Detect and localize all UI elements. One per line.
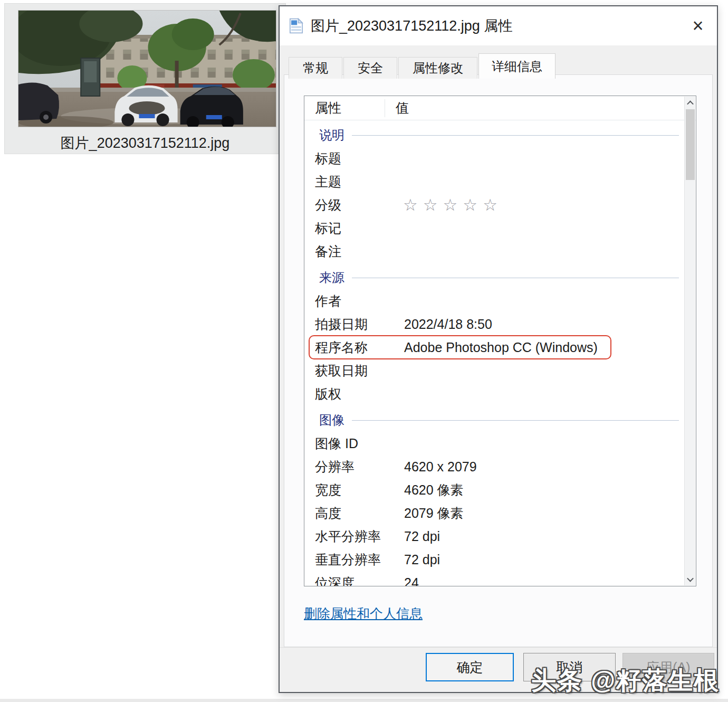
property-label: 分级 <box>304 196 394 214</box>
property-label: 获取日期 <box>304 362 394 380</box>
property-value: 2022/4/18 8:50 <box>394 317 684 332</box>
parking-lot-photo <box>18 11 276 127</box>
property-row[interactable]: 拍摄日期2022/4/18 8:50 <box>304 312 684 336</box>
property-label: 宽度 <box>304 481 394 499</box>
tab-3[interactable]: 详细信息 <box>478 53 555 79</box>
watermark: 头条 @籽落生根 <box>531 664 720 697</box>
property-label: 程序名称 <box>304 339 394 356</box>
property-row[interactable]: 分辨率4620 x 2079 <box>304 455 684 478</box>
section-header: 来源 <box>304 263 684 289</box>
property-value: 72 dpi <box>394 529 684 544</box>
ok-button[interactable]: 确定 <box>426 653 514 681</box>
listview-body: 说明标题主题分级☆☆☆☆☆标记备注来源作者拍摄日期2022/4/18 8:50程… <box>304 120 684 586</box>
property-label: 位深度 <box>304 574 394 586</box>
property-row[interactable]: 版权 <box>304 382 684 405</box>
file-name-label: 图片_20230317152112.jpg <box>5 134 285 153</box>
property-row[interactable]: 位深度24 <box>304 571 684 586</box>
image-file-icon <box>289 18 303 34</box>
properties-dialog: 图片_20230317152112.jpg 属性 × 常规安全属性修改详细信息 … <box>279 5 718 693</box>
section-title: 图像 <box>319 412 344 429</box>
property-label: 图像 ID <box>304 435 394 452</box>
close-icon[interactable]: × <box>686 14 710 37</box>
section-header: 图像 <box>304 405 684 432</box>
listview-header: 属性 值 <box>304 96 696 120</box>
details-tab-page: 属性 值 说明标题主题分级☆☆☆☆☆标记备注来源作者拍摄日期2022/4/18 … <box>284 74 713 647</box>
chevron-down-icon[interactable] <box>685 574 696 584</box>
properties-listview: 属性 值 说明标题主题分级☆☆☆☆☆标记备注来源作者拍摄日期2022/4/18 … <box>304 96 696 586</box>
section-divider <box>352 420 679 421</box>
property-label: 作者 <box>304 292 394 310</box>
property-label: 标题 <box>304 150 394 167</box>
section-title: 来源 <box>319 269 344 286</box>
property-value: 4620 像素 <box>394 481 684 499</box>
star-outline-icon[interactable]: ☆☆☆☆☆ <box>394 195 684 215</box>
tab-2[interactable]: 属性修改 <box>398 57 477 79</box>
section-title: 说明 <box>319 127 344 144</box>
property-row[interactable]: 程序名称Adobe Photoshop CC (Windows) <box>304 336 684 359</box>
property-value: 24 <box>394 575 684 586</box>
section-divider <box>352 135 679 136</box>
column-header-value[interactable]: 值 <box>385 99 409 117</box>
property-row[interactable]: 水平分辨率72 dpi <box>304 525 684 548</box>
vertical-scrollbar[interactable] <box>684 97 695 585</box>
property-row[interactable]: 宽度4620 像素 <box>304 478 684 501</box>
tab-1[interactable]: 安全 <box>343 57 397 79</box>
property-row[interactable]: 垂直分辨率72 dpi <box>304 548 684 571</box>
tab-0[interactable]: 常规 <box>289 57 342 79</box>
property-row[interactable]: 获取日期 <box>304 359 684 382</box>
property-row[interactable]: 标记 <box>304 216 684 240</box>
property-row[interactable]: 高度2079 像素 <box>304 501 684 525</box>
property-label: 水平分辨率 <box>304 528 394 545</box>
property-label: 备注 <box>304 243 394 260</box>
property-label: 垂直分辨率 <box>304 551 394 568</box>
property-value: 72 dpi <box>394 552 684 567</box>
file-thumbnail-card[interactable]: 图片_20230317152112.jpg <box>4 3 286 154</box>
property-row[interactable]: 作者 <box>304 289 684 312</box>
property-row[interactable]: 备注 <box>304 240 684 263</box>
screenshot-root: 图片_20230317152112.jpg 图片_20230317152112.… <box>0 0 728 702</box>
property-label: 高度 <box>304 505 394 522</box>
column-header-property[interactable]: 属性 <box>304 99 385 117</box>
scrollbar-thumb[interactable] <box>686 109 695 180</box>
tab-strip: 常规安全属性修改详细信息 <box>289 53 557 79</box>
property-row[interactable]: 标题 <box>304 147 684 170</box>
property-label: 版权 <box>304 385 394 403</box>
property-label: 主题 <box>304 173 394 191</box>
property-row[interactable]: 主题 <box>304 170 684 193</box>
property-label: 标记 <box>304 220 394 237</box>
dialog-titlebar: 图片_20230317152112.jpg 属性 × <box>280 6 717 45</box>
section-header: 说明 <box>304 120 684 147</box>
property-row[interactable]: 分级☆☆☆☆☆ <box>304 193 684 216</box>
photo-thumbnail <box>18 10 276 127</box>
property-label: 拍摄日期 <box>304 316 394 333</box>
property-label: 分辨率 <box>304 458 394 476</box>
property-row[interactable]: 图像 ID <box>304 432 684 455</box>
section-divider <box>352 278 679 278</box>
property-value: 2079 像素 <box>394 505 684 522</box>
chevron-up-icon[interactable] <box>685 98 696 108</box>
property-value: Adobe Photoshop CC (Windows) <box>394 340 684 355</box>
dialog-title: 图片_20230317152112.jpg 属性 <box>311 16 686 35</box>
remove-properties-link[interactable]: 删除属性和个人信息 <box>304 605 423 622</box>
property-value: 4620 x 2079 <box>394 459 684 475</box>
